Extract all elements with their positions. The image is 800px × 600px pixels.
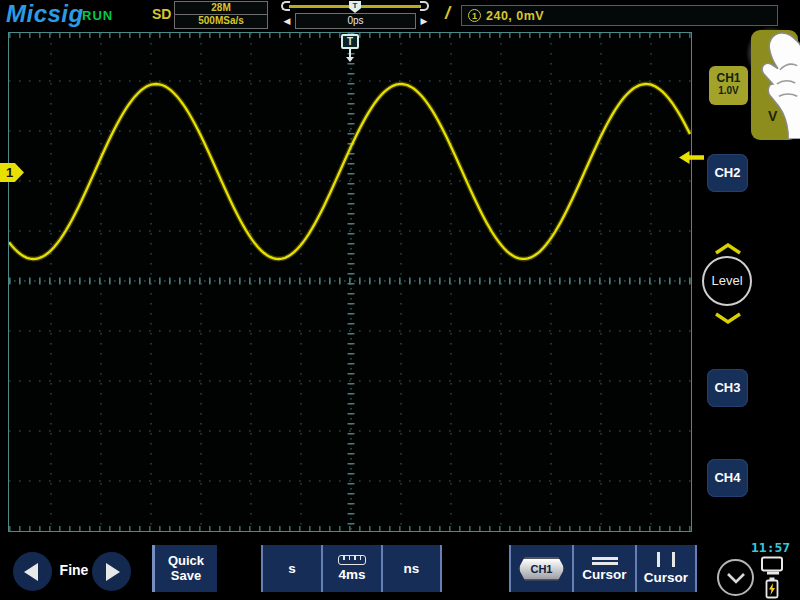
vertical-cursor-label: Cursor bbox=[644, 570, 688, 585]
display-icon bbox=[760, 556, 786, 576]
sample-rate: 500MSa/s bbox=[174, 15, 268, 29]
chevron-down-icon bbox=[726, 572, 746, 584]
ch2-button[interactable]: CH2 bbox=[707, 154, 748, 192]
trigger-position-readout[interactable]: 0ps bbox=[295, 13, 416, 29]
battery-charging-icon bbox=[764, 577, 780, 599]
trigger-time-marker[interactable]: T bbox=[341, 34, 359, 49]
prev-button[interactable] bbox=[13, 552, 52, 591]
quick-save-line1: Quick bbox=[155, 554, 217, 569]
horizontal-cursor-label: Cursor bbox=[582, 567, 626, 582]
ch1-waveform-trace[interactable] bbox=[9, 84, 690, 259]
collapse-menu-button[interactable] bbox=[717, 559, 754, 596]
sd-card-indicator: SD bbox=[152, 6, 171, 22]
trigger-position-handle[interactable]: T bbox=[349, 1, 361, 13]
memory-depth: 28M bbox=[174, 1, 268, 15]
trigger-time-marker-stem bbox=[349, 49, 351, 57]
timebase-group: s 4ms ns bbox=[261, 545, 442, 592]
ruler-icon bbox=[338, 555, 366, 565]
next-button[interactable] bbox=[92, 552, 131, 591]
vertical-cursor-button[interactable]: Cursor bbox=[635, 545, 697, 592]
trigger-time-marker-arrow-icon bbox=[346, 57, 354, 62]
level-knob[interactable]: Level bbox=[702, 256, 752, 306]
ch1-button[interactable]: CH1 1.0V bbox=[709, 66, 748, 105]
quick-save-line2: Save bbox=[155, 569, 217, 584]
trigger-position-right-button[interactable]: ▶ bbox=[418, 13, 430, 29]
brand-logo: Micsig bbox=[6, 0, 84, 28]
slider-right-bracket-icon bbox=[420, 1, 429, 11]
trigger-level-value: 240, 0mV bbox=[486, 9, 544, 23]
level-down-chevron-icon[interactable] bbox=[714, 312, 742, 324]
vertical-cursor-icon bbox=[657, 552, 675, 567]
timebase-value: 4ms bbox=[338, 567, 365, 582]
clock: 11:57 bbox=[751, 540, 790, 555]
hand-pointer-icon bbox=[756, 31, 800, 139]
trigger-settings-box[interactable]: 1 240, 0mV bbox=[461, 5, 778, 26]
ch3-button[interactable]: CH3 bbox=[707, 369, 748, 407]
oscilloscope-screen: Micsig RUN SD 28M 500MSa/s T ◀ 0ps ▶ / 1… bbox=[0, 0, 800, 600]
horizontal-cursor-button[interactable]: Cursor bbox=[572, 545, 635, 592]
left-arrow-icon bbox=[24, 563, 38, 581]
scope-canvas[interactable] bbox=[9, 33, 691, 531]
timebase-slower-button[interactable]: s bbox=[261, 545, 321, 592]
ch1-badge: CH1 bbox=[518, 557, 564, 581]
ch4-button[interactable]: CH4 bbox=[707, 459, 748, 497]
trigger-position-left-button[interactable]: ◀ bbox=[281, 13, 293, 29]
ch1-label: CH1 bbox=[709, 72, 748, 84]
right-arrow-icon bbox=[106, 563, 120, 581]
waveform-display[interactable] bbox=[8, 32, 692, 532]
tools-group: CH1 Cursor Cursor bbox=[509, 545, 697, 592]
ch1-waveform-trace[interactable] bbox=[9, 84, 690, 259]
acquisition-info-box[interactable]: 28M 500MSa/s bbox=[174, 1, 268, 29]
level-up-chevron-icon[interactable] bbox=[714, 243, 742, 255]
trigger-source-icon: 1 bbox=[468, 9, 481, 22]
timebase-faster-button[interactable]: ns bbox=[381, 545, 442, 592]
quick-save-button[interactable]: Quick Save bbox=[152, 545, 217, 592]
channel-select-button[interactable]: CH1 bbox=[509, 545, 572, 592]
horizontal-cursor-icon bbox=[592, 555, 618, 567]
rising-edge-icon[interactable]: / bbox=[445, 3, 450, 24]
run-status: RUN bbox=[82, 8, 113, 23]
fine-label: Fine bbox=[56, 562, 92, 578]
trigger-position-slider[interactable]: T bbox=[281, 1, 429, 13]
timebase-value-button[interactable]: 4ms bbox=[321, 545, 381, 592]
ch1-scale: 1.0V bbox=[709, 86, 748, 96]
